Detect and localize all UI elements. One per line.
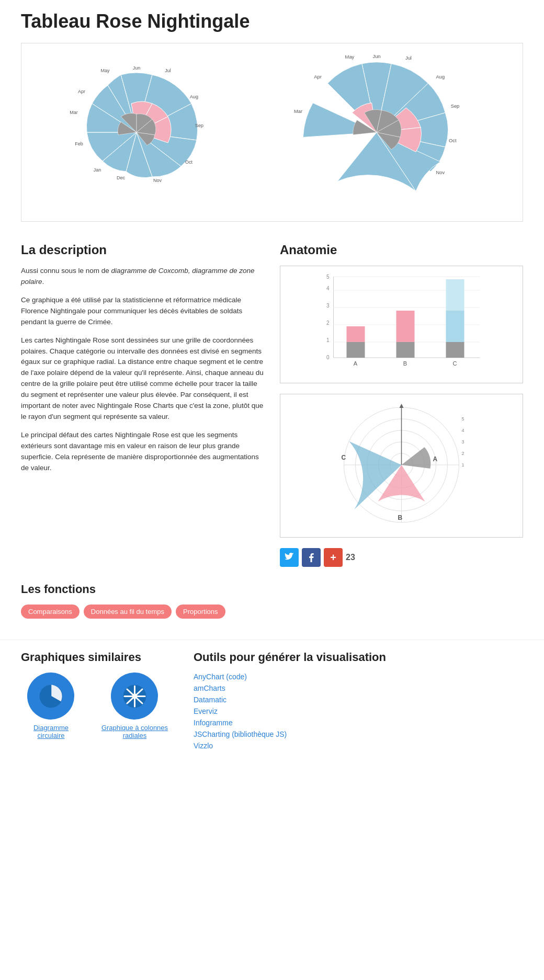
svg-text:Jan: Jan — [93, 167, 101, 173]
svg-text:Nov: Nov — [153, 178, 162, 183]
svg-rect-36 — [396, 342, 415, 358]
chart-icon-list: Diagramme circulaire — [21, 673, 178, 739]
tool-anychart[interactable]: AnyChart (code) — [194, 673, 523, 681]
svg-text:Jun: Jun — [132, 65, 140, 71]
rose-chart-left: Jun Jul Aug Sep Oct Nov Dec Jan Feb Mar … — [63, 59, 210, 206]
rose-charts-container: Jun Jul Aug Sep Oct Nov Dec Jan Feb Mar … — [21, 43, 523, 222]
svg-marker-54 — [400, 404, 404, 408]
pie-chart-icon — [37, 682, 65, 711]
graphiques-heading: Graphiques similaires — [21, 651, 178, 664]
description-heading: La description — [21, 243, 264, 257]
svg-text:Sep: Sep — [450, 104, 459, 109]
svg-text:2: 2 — [462, 451, 464, 456]
tool-everviz-link[interactable]: Everviz — [194, 707, 218, 715]
svg-text:Jul: Jul — [165, 68, 171, 73]
svg-text:1: 1 — [326, 337, 330, 343]
desc-p1: Aussi connu sous le nom de diagramme de … — [21, 266, 264, 288]
svg-rect-38 — [446, 342, 464, 358]
bar-chart-container: 0 1 2 3 4 5 — [280, 266, 523, 383]
tools-list: AnyChart (code) amCharts Datamatic Everv… — [194, 673, 523, 750]
desc-p3: Les cartes Nightingale Rose sont dessiné… — [21, 335, 264, 423]
tool-infogramme[interactable]: Infogramme — [194, 719, 523, 727]
share-count: 23 — [346, 553, 355, 562]
svg-text:1: 1 — [462, 462, 464, 468]
outils-section: Outils pour générer la visualisation Any… — [194, 651, 523, 753]
svg-text:Sep: Sep — [195, 123, 203, 128]
polar-chart-container: 1 2 3 4 5 A B C — [280, 394, 523, 538]
svg-text:Nov: Nov — [436, 170, 445, 175]
tool-vizzlo[interactable]: Vizzlo — [194, 742, 523, 750]
svg-text:2: 2 — [326, 320, 330, 326]
tool-amcharts[interactable]: amCharts — [194, 684, 523, 692]
main-content: La description Aussi connu sous le nom d… — [0, 232, 544, 577]
svg-text:Apr: Apr — [77, 89, 85, 94]
radial-icon-label[interactable]: Graphique à colonnes radiales — [92, 724, 178, 739]
svg-text:Mar: Mar — [70, 110, 78, 115]
tool-infogramme-link[interactable]: Infogramme — [194, 719, 233, 727]
facebook-button[interactable] — [302, 548, 321, 567]
svg-text:Feb: Feb — [75, 141, 83, 146]
svg-point-75 — [132, 693, 137, 699]
svg-text:C: C — [453, 360, 457, 367]
fonctions-heading: Les fonctions — [21, 583, 523, 596]
tool-jscharting-link[interactable]: JSCharting (bibliothèque JS) — [194, 730, 287, 738]
svg-rect-40 — [446, 279, 464, 311]
pie-icon-circle — [27, 673, 74, 720]
svg-text:Mar: Mar — [293, 109, 302, 114]
tool-datamatic-link[interactable]: Datamatic — [194, 696, 226, 704]
outils-heading: Outils pour générer la visualisation — [194, 651, 523, 664]
radial-chart-icon — [120, 682, 149, 711]
tool-anychart-link[interactable]: AnyChart (code) — [194, 673, 247, 681]
svg-text:Oct: Oct — [185, 159, 192, 165]
svg-text:Aug: Aug — [436, 74, 445, 79]
anatomie-heading: Anatomie — [280, 243, 523, 257]
chart-icon-radial[interactable]: Graphique à colonnes radiales — [92, 673, 178, 739]
fonctions-tags: Comparaisons Données au fil du temps Pro… — [21, 605, 523, 619]
tool-datamatic[interactable]: Datamatic — [194, 696, 523, 704]
bottom-section: Graphiques similaires Diagramme circulai… — [0, 640, 544, 769]
graphiques-similaires: Graphiques similaires Diagramme circulai… — [21, 651, 178, 753]
twitter-button[interactable] — [280, 548, 299, 567]
tag-donnees[interactable]: Données au fil du temps — [84, 605, 172, 619]
svg-text:B: B — [398, 514, 403, 521]
radial-icon-circle — [111, 673, 158, 720]
svg-text:May: May — [345, 54, 354, 60]
tool-everviz[interactable]: Everviz — [194, 707, 523, 715]
svg-text:0: 0 — [326, 355, 330, 360]
svg-rect-35 — [347, 326, 365, 342]
svg-text:Oct: Oct — [449, 138, 457, 143]
svg-text:Apr: Apr — [314, 74, 322, 79]
tag-comparaisons[interactable]: Comparaisons — [21, 605, 80, 619]
tool-vizzlo-link[interactable]: Vizzlo — [194, 742, 213, 750]
svg-text:Dec: Dec — [116, 175, 125, 180]
social-buttons: + 23 — [280, 548, 523, 567]
svg-text:B: B — [403, 360, 407, 367]
tool-jscharting[interactable]: JSCharting (bibliothèque JS) — [194, 730, 523, 738]
googleplus-button[interactable]: + — [324, 548, 343, 567]
tag-proportions[interactable]: Proportions — [176, 605, 225, 619]
svg-text:4: 4 — [326, 286, 330, 291]
tool-amcharts-link[interactable]: amCharts — [194, 684, 225, 692]
svg-text:May: May — [100, 68, 110, 73]
fonctions-section: Les fonctions Comparaisons Données au fi… — [0, 577, 544, 629]
svg-text:A: A — [354, 360, 358, 367]
svg-text:A: A — [433, 455, 438, 463]
svg-text:5: 5 — [462, 416, 464, 421]
desc-p2: Ce graphique a été utilisé par la statis… — [21, 295, 264, 328]
pie-icon-label[interactable]: Diagramme circulaire — [21, 724, 81, 739]
svg-text:Jun: Jun — [372, 54, 380, 59]
svg-rect-34 — [347, 342, 365, 358]
chart-icon-pie[interactable]: Diagramme circulaire — [21, 673, 81, 739]
page-title: Tableau Rose Nightingale — [0, 0, 544, 38]
svg-rect-39 — [446, 311, 464, 342]
description-text: Aussi connu sous le nom de diagramme de … — [21, 266, 264, 474]
svg-text:3: 3 — [462, 439, 464, 445]
anatomie-section: Anatomie 0 1 2 3 4 5 — [280, 243, 523, 567]
svg-text:Jul: Jul — [405, 55, 411, 61]
svg-text:3: 3 — [326, 303, 330, 309]
svg-rect-37 — [396, 311, 415, 342]
polar-chart: 1 2 3 4 5 A B C — [286, 400, 517, 530]
description-section: La description Aussi connu sous le nom d… — [21, 243, 264, 567]
svg-text:Aug: Aug — [189, 94, 198, 99]
rose-chart-right: Jun Jul Aug Sep Oct Nov May Apr Mar — [272, 54, 481, 211]
